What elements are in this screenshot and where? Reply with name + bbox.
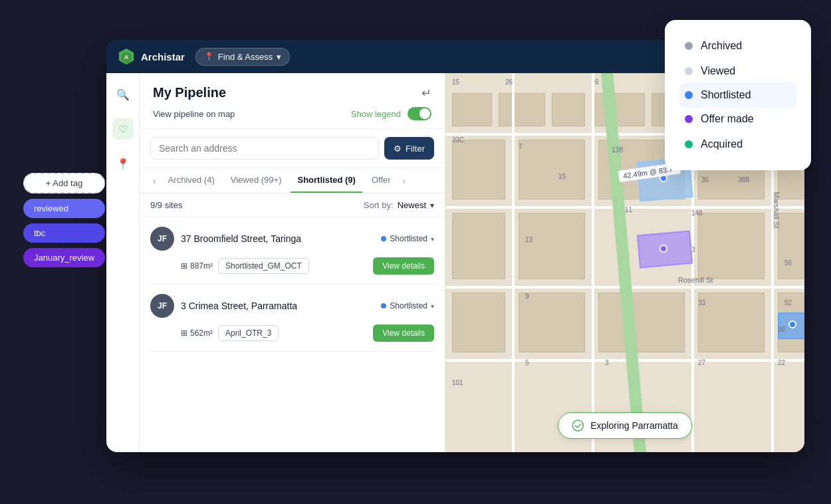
filter-button[interactable]: ⚙ Filter [384, 137, 434, 160]
add-tag-button[interactable]: + Add tag [23, 173, 105, 193]
map-block [452, 213, 505, 279]
map-block [499, 93, 545, 126]
panel-title: My Pipeline [153, 85, 226, 100]
nav-dropdown[interactable]: 📍 Find & Assess ▾ [195, 48, 290, 66]
floating-tags-panel: + Add tag reviewed tbc January_review [23, 173, 105, 267]
area-icon-1: ⊞ [181, 261, 187, 271]
search-area: ⚙ Filter [140, 129, 445, 168]
tag-badge-1[interactable]: Shortlisted_GM_OCT [218, 258, 309, 274]
map-block [452, 93, 492, 126]
map-block [452, 140, 505, 199]
area-badge-1: ⊞ 887m² [181, 261, 213, 271]
logo-icon: A [117, 47, 136, 66]
legend-item-viewed: Viewed [685, 59, 791, 84]
legend-item-offer: Offer made [685, 106, 791, 132]
legend-item-archived: Archived [685, 33, 791, 59]
legend-item-acquired: Acquired [685, 132, 791, 157]
tab-archived[interactable]: Archived (4) [162, 168, 221, 193]
status-chevron-1: ▾ [431, 235, 434, 243]
road-v1 [512, 73, 515, 452]
sites-list: JF 37 Broomfield Street, Taringa Shortli… [140, 217, 445, 452]
street-label-rosehill: Rosehill St [678, 276, 713, 284]
tab-offer[interactable]: Offer [365, 168, 398, 193]
status-badge-2[interactable]: Shortlisted ▾ [381, 301, 434, 311]
status-dot-2 [381, 303, 386, 309]
tag-chip-reviewed[interactable]: reviewed [23, 199, 105, 218]
location-sidebar-icon[interactable]: 📍 [112, 153, 134, 174]
map-block [778, 213, 804, 279]
legend-popup: Archived Viewed Shortlisted Offer made A… [665, 20, 811, 170]
map-block [452, 293, 505, 352]
legend-dot-archived [685, 42, 693, 50]
status-chevron-2: ▾ [431, 303, 434, 310]
map-dot-blue-2[interactable] [788, 320, 796, 328]
sort-label: Sort by: [364, 200, 394, 210]
map-block [519, 213, 585, 279]
site-card-2: JF 3 Crimea Street, Parramatta Shortlist… [150, 285, 434, 352]
area-icon-2: ⊞ [181, 328, 187, 338]
legend-dot-acquired [685, 140, 693, 148]
sites-count: 9/9 sites [150, 200, 364, 210]
street-label-marshall: Marshall St [772, 191, 780, 228]
legend-dot-viewed [685, 67, 693, 75]
search-input[interactable] [150, 137, 379, 160]
exploring-label: Exploring Parramatta [590, 420, 678, 431]
map-block [519, 140, 585, 199]
sort-value: Newest [398, 200, 426, 210]
svg-point-3 [572, 420, 583, 431]
sort-bar: 9/9 sites Sort by: Newest ▾ [140, 193, 445, 217]
map-dot-purple-1[interactable] [659, 245, 667, 253]
area-badge-2: ⊞ 562m² [181, 328, 213, 338]
status-badge-1[interactable]: Shortlisted ▾ [381, 234, 434, 243]
logo-area: A Archistar [117, 47, 185, 66]
tab-viewed[interactable]: Viewed (99+) [224, 168, 289, 193]
map-block [598, 293, 685, 352]
status-dot-1 [381, 236, 386, 241]
road-v2 [592, 73, 594, 452]
tag-badge-2[interactable]: April_OTR_3 [218, 325, 279, 341]
sidebar-icons: 🔍 ♡ 📍 [106, 73, 140, 452]
search-sidebar-icon[interactable]: 🔍 [112, 84, 134, 105]
svg-text:A: A [124, 54, 129, 61]
toggle-label: View pipeline on map [153, 109, 235, 119]
view-details-btn-1[interactable]: View details [373, 257, 434, 275]
avatar-1: JF [150, 227, 174, 251]
legend-item-shortlisted: Shortlisted [679, 82, 796, 108]
map-block [698, 293, 765, 352]
sort-arrow-icon: ▾ [430, 201, 434, 210]
tab-next-arrow[interactable]: › [400, 170, 409, 191]
road-h4 [445, 359, 804, 362]
tab-prev-arrow[interactable]: ‹ [150, 170, 159, 191]
site-card-1: JF 37 Broomfield Street, Taringa Shortli… [150, 217, 434, 285]
tag-chip-january-review[interactable]: January_review [23, 248, 105, 267]
map-block [592, 93, 645, 126]
pipeline-panel: My Pipeline ↵ View pipeline on map Show … [140, 73, 445, 452]
map-block [552, 93, 585, 126]
panel-header: My Pipeline ↵ View pipeline on map Show … [140, 73, 445, 129]
site-address-1: 37 Broomfield Street, Taringa [181, 233, 374, 244]
exploring-card[interactable]: Exploring Parramatta [558, 412, 692, 439]
tag-chip-tbc[interactable]: tbc [23, 223, 105, 243]
check-circle-icon [572, 420, 584, 432]
view-details-btn-2[interactable]: View details [373, 324, 434, 342]
site-address-2: 3 Crimea Street, Parramatta [181, 301, 374, 311]
dropdown-arrow-icon: ▾ [277, 52, 281, 62]
tabs-bar: ‹ Archived (4) Viewed (99+) Shortlisted … [140, 168, 445, 193]
sort-select[interactable]: Sort by: Newest ▾ [364, 200, 434, 210]
show-legend-link[interactable]: Show legend [351, 109, 401, 119]
map-block [519, 293, 585, 352]
legend-dot-shortlisted [685, 91, 693, 99]
heart-sidebar-icon[interactable]: ♡ [112, 118, 134, 140]
app-title: Archistar [141, 51, 185, 63]
pipeline-toggle[interactable] [408, 107, 431, 120]
collapse-button[interactable]: ↵ [421, 86, 431, 100]
filter-icon: ⚙ [394, 144, 402, 154]
map-block [698, 213, 765, 279]
tab-shortlisted[interactable]: Shortlisted (9) [291, 168, 362, 193]
avatar-2: JF [150, 294, 174, 318]
legend-dot-offer [685, 115, 693, 123]
